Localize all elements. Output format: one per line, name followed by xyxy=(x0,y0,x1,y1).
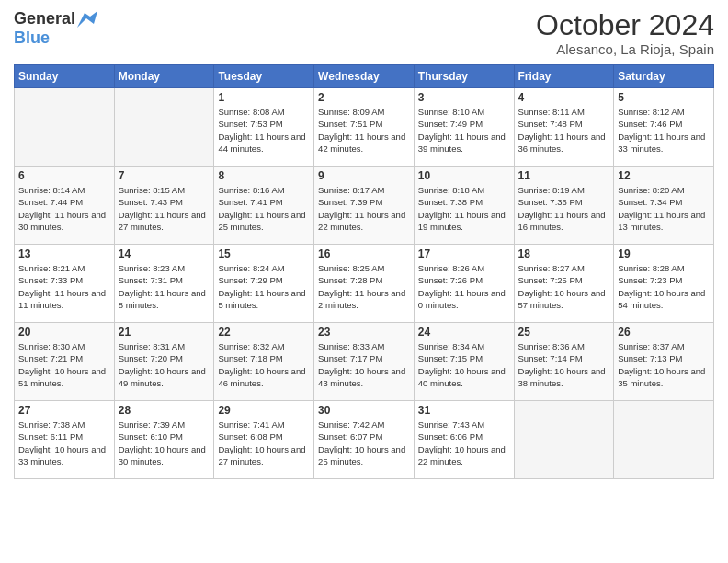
calendar-cell: 23Sunrise: 8:33 AM Sunset: 7:17 PM Dayli… xyxy=(314,323,415,401)
day-info: Sunrise: 8:17 AM Sunset: 7:39 PM Dayligh… xyxy=(318,184,410,233)
day-info: Sunrise: 8:12 AM Sunset: 7:46 PM Dayligh… xyxy=(618,106,710,155)
day-info: Sunrise: 8:11 AM Sunset: 7:48 PM Dayligh… xyxy=(518,106,610,155)
calendar-cell: 14Sunrise: 8:23 AM Sunset: 7:31 PM Dayli… xyxy=(114,245,214,323)
day-info: Sunrise: 8:37 AM Sunset: 7:13 PM Dayligh… xyxy=(618,340,710,389)
day-number: 2 xyxy=(318,91,410,104)
logo-general-text: General xyxy=(14,9,75,29)
day-number: 6 xyxy=(18,169,110,182)
day-info: Sunrise: 8:31 AM Sunset: 7:20 PM Dayligh… xyxy=(119,340,210,389)
day-number: 28 xyxy=(119,404,210,417)
day-info: Sunrise: 8:33 AM Sunset: 7:17 PM Dayligh… xyxy=(318,340,410,389)
day-info: Sunrise: 8:08 AM Sunset: 7:53 PM Dayligh… xyxy=(218,106,310,155)
col-sunday: Sunday xyxy=(15,65,115,88)
day-number: 18 xyxy=(518,247,610,260)
calendar-cell: 29Sunrise: 7:41 AM Sunset: 6:08 PM Dayli… xyxy=(214,401,314,479)
col-thursday: Thursday xyxy=(414,65,514,88)
day-number: 10 xyxy=(418,169,510,182)
day-number: 13 xyxy=(18,247,110,260)
calendar-cell: 15Sunrise: 8:24 AM Sunset: 7:29 PM Dayli… xyxy=(214,245,314,323)
day-info: Sunrise: 8:19 AM Sunset: 7:36 PM Dayligh… xyxy=(518,184,610,233)
day-number: 16 xyxy=(318,247,410,260)
calendar-cell: 16Sunrise: 8:25 AM Sunset: 7:28 PM Dayli… xyxy=(314,245,415,323)
day-info: Sunrise: 8:24 AM Sunset: 7:29 PM Dayligh… xyxy=(218,262,310,311)
calendar-cell xyxy=(15,88,115,167)
day-info: Sunrise: 8:25 AM Sunset: 7:28 PM Dayligh… xyxy=(318,262,410,311)
logo: General Blue xyxy=(14,9,97,48)
day-number: 8 xyxy=(218,169,310,182)
svg-marker-0 xyxy=(77,11,97,28)
day-info: Sunrise: 8:27 AM Sunset: 7:25 PM Dayligh… xyxy=(518,262,610,311)
day-number: 21 xyxy=(119,326,210,339)
calendar-cell: 28Sunrise: 7:39 AM Sunset: 6:10 PM Dayli… xyxy=(114,401,214,479)
logo-bird-icon xyxy=(77,11,97,28)
day-info: Sunrise: 8:34 AM Sunset: 7:15 PM Dayligh… xyxy=(418,340,510,389)
calendar-week-3: 13Sunrise: 8:21 AM Sunset: 7:33 PM Dayli… xyxy=(15,245,714,323)
day-info: Sunrise: 8:30 AM Sunset: 7:21 PM Dayligh… xyxy=(18,340,110,389)
day-number: 5 xyxy=(618,91,710,104)
calendar-cell: 5Sunrise: 8:12 AM Sunset: 7:46 PM Daylig… xyxy=(614,88,714,167)
calendar-cell: 12Sunrise: 8:20 AM Sunset: 7:34 PM Dayli… xyxy=(614,167,714,245)
day-number: 17 xyxy=(418,247,510,260)
day-info: Sunrise: 8:09 AM Sunset: 7:51 PM Dayligh… xyxy=(318,106,410,155)
calendar-cell: 13Sunrise: 8:21 AM Sunset: 7:33 PM Dayli… xyxy=(15,245,115,323)
day-number: 7 xyxy=(119,169,210,182)
calendar-cell: 11Sunrise: 8:19 AM Sunset: 7:36 PM Dayli… xyxy=(514,167,614,245)
day-number: 25 xyxy=(518,326,610,339)
day-info: Sunrise: 8:36 AM Sunset: 7:14 PM Dayligh… xyxy=(518,340,610,389)
day-info: Sunrise: 8:14 AM Sunset: 7:44 PM Dayligh… xyxy=(18,184,110,233)
calendar-cell: 4Sunrise: 8:11 AM Sunset: 7:48 PM Daylig… xyxy=(514,88,614,167)
calendar-cell: 2Sunrise: 8:09 AM Sunset: 7:51 PM Daylig… xyxy=(314,88,415,167)
day-number: 14 xyxy=(119,247,210,260)
calendar-cell: 7Sunrise: 8:15 AM Sunset: 7:43 PM Daylig… xyxy=(114,167,214,245)
calendar-cell: 30Sunrise: 7:42 AM Sunset: 6:07 PM Dayli… xyxy=(314,401,415,479)
calendar-cell: 27Sunrise: 7:38 AM Sunset: 6:11 PM Dayli… xyxy=(15,401,115,479)
day-number: 1 xyxy=(218,91,310,104)
day-number: 29 xyxy=(218,404,310,417)
day-info: Sunrise: 7:43 AM Sunset: 6:06 PM Dayligh… xyxy=(418,419,510,467)
calendar-cell: 9Sunrise: 8:17 AM Sunset: 7:39 PM Daylig… xyxy=(314,167,415,245)
header-row: Sunday Monday Tuesday Wednesday Thursday… xyxy=(15,65,714,88)
day-number: 30 xyxy=(318,404,410,417)
calendar-cell: 20Sunrise: 8:30 AM Sunset: 7:21 PM Dayli… xyxy=(15,323,115,401)
title-month: October 2024 xyxy=(536,9,714,41)
day-info: Sunrise: 8:10 AM Sunset: 7:49 PM Dayligh… xyxy=(418,106,510,155)
calendar-cell: 10Sunrise: 8:18 AM Sunset: 7:38 PM Dayli… xyxy=(414,167,514,245)
col-tuesday: Tuesday xyxy=(214,65,314,88)
day-number: 19 xyxy=(618,247,710,260)
day-info: Sunrise: 8:15 AM Sunset: 7:43 PM Dayligh… xyxy=(119,184,210,233)
calendar-cell xyxy=(114,88,214,167)
calendar-cell: 31Sunrise: 7:43 AM Sunset: 6:06 PM Dayli… xyxy=(414,401,514,479)
day-number: 9 xyxy=(318,169,410,182)
calendar-cell: 22Sunrise: 8:32 AM Sunset: 7:18 PM Dayli… xyxy=(214,323,314,401)
day-info: Sunrise: 8:23 AM Sunset: 7:31 PM Dayligh… xyxy=(119,262,210,311)
day-info: Sunrise: 8:21 AM Sunset: 7:33 PM Dayligh… xyxy=(18,262,110,311)
page: General Blue October 2024 Alesanco, La R… xyxy=(0,0,728,563)
day-number: 15 xyxy=(218,247,310,260)
day-info: Sunrise: 8:28 AM Sunset: 7:23 PM Dayligh… xyxy=(618,262,710,311)
day-info: Sunrise: 7:39 AM Sunset: 6:10 PM Dayligh… xyxy=(119,419,210,467)
calendar-cell: 6Sunrise: 8:14 AM Sunset: 7:44 PM Daylig… xyxy=(15,167,115,245)
day-number: 20 xyxy=(18,326,110,339)
calendar-cell: 1Sunrise: 8:08 AM Sunset: 7:53 PM Daylig… xyxy=(214,88,314,167)
day-info: Sunrise: 8:20 AM Sunset: 7:34 PM Dayligh… xyxy=(618,184,710,233)
calendar-cell: 26Sunrise: 8:37 AM Sunset: 7:13 PM Dayli… xyxy=(614,323,714,401)
logo-blue-text: Blue xyxy=(14,29,50,48)
calendar-cell: 19Sunrise: 8:28 AM Sunset: 7:23 PM Dayli… xyxy=(614,245,714,323)
calendar-week-5: 27Sunrise: 7:38 AM Sunset: 6:11 PM Dayli… xyxy=(15,401,714,479)
calendar-week-2: 6Sunrise: 8:14 AM Sunset: 7:44 PM Daylig… xyxy=(15,167,714,245)
day-number: 27 xyxy=(18,404,110,417)
day-info: Sunrise: 7:38 AM Sunset: 6:11 PM Dayligh… xyxy=(18,419,110,467)
day-info: Sunrise: 8:32 AM Sunset: 7:18 PM Dayligh… xyxy=(218,340,310,389)
day-info: Sunrise: 8:16 AM Sunset: 7:41 PM Dayligh… xyxy=(218,184,310,233)
day-info: Sunrise: 8:18 AM Sunset: 7:38 PM Dayligh… xyxy=(418,184,510,233)
day-number: 23 xyxy=(318,326,410,339)
day-info: Sunrise: 7:41 AM Sunset: 6:08 PM Dayligh… xyxy=(218,419,310,467)
col-wednesday: Wednesday xyxy=(314,65,415,88)
day-info: Sunrise: 7:42 AM Sunset: 6:07 PM Dayligh… xyxy=(318,419,410,467)
calendar-cell: 24Sunrise: 8:34 AM Sunset: 7:15 PM Dayli… xyxy=(414,323,514,401)
col-saturday: Saturday xyxy=(614,65,714,88)
calendar-cell xyxy=(614,401,714,479)
calendar-cell: 18Sunrise: 8:27 AM Sunset: 7:25 PM Dayli… xyxy=(514,245,614,323)
calendar-week-1: 1Sunrise: 8:08 AM Sunset: 7:53 PM Daylig… xyxy=(15,88,714,167)
calendar-table: Sunday Monday Tuesday Wednesday Thursday… xyxy=(14,64,714,479)
